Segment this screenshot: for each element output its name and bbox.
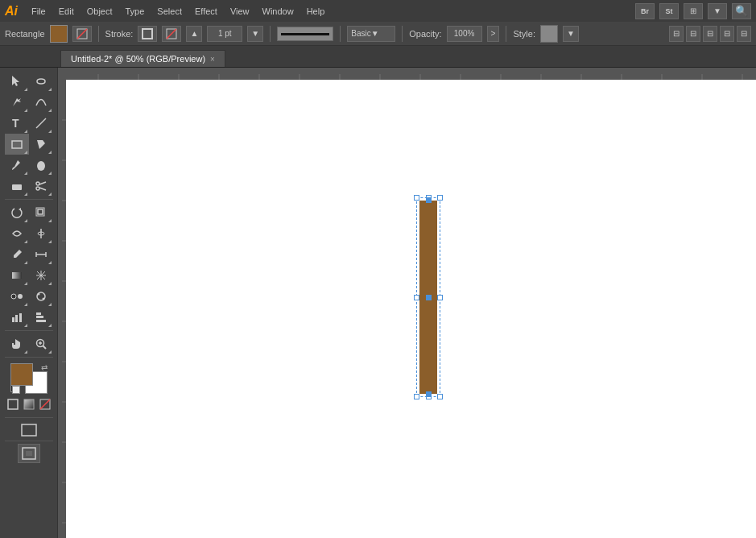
fill-mode-row	[6, 397, 52, 412]
menu-edit[interactable]: Edit	[53, 4, 80, 19]
rotate-tool[interactable]	[5, 202, 29, 223]
column-chart-tool[interactable]	[5, 307, 29, 328]
svg-line-14	[39, 188, 46, 190]
canvas-area[interactable]	[58, 68, 756, 538]
warp-tool[interactable]	[5, 223, 29, 244]
bridge-icon-btn[interactable]: Br	[635, 3, 655, 19]
bar-chart-tool[interactable]	[29, 307, 53, 328]
stroke-style-preview[interactable]	[277, 27, 333, 41]
normal-mode-btn[interactable]	[19, 422, 39, 438]
selection-tool[interactable]	[5, 71, 29, 92]
rectangle-tool[interactable]	[5, 134, 29, 155]
style-label: Style:	[513, 29, 535, 39]
svg-rect-10	[12, 184, 22, 190]
tab-close-btn[interactable]: ×	[210, 55, 215, 64]
scale-tool[interactable]	[29, 202, 53, 223]
measure-tool[interactable]	[29, 244, 53, 265]
svg-line-1	[77, 29, 87, 39]
eraser-tool[interactable]	[5, 176, 29, 197]
stroke-none-btn[interactable]	[162, 26, 181, 42]
type-tool[interactable]: T	[5, 113, 29, 134]
line-tool[interactable]	[29, 113, 53, 134]
pen-tool[interactable]	[5, 92, 29, 113]
scissors-tool[interactable]	[29, 176, 53, 197]
stroke-up-btn[interactable]: ▲	[186, 26, 202, 42]
menu-window[interactable]: Window	[257, 4, 300, 19]
mesh-tool[interactable]	[29, 265, 53, 286]
opacity-more-btn[interactable]: >	[487, 26, 500, 42]
none-mode-btn[interactable]	[38, 397, 52, 412]
tool-row-7	[0, 202, 57, 223]
width-tool[interactable]	[29, 223, 53, 244]
pathfinder-icon[interactable]: ⊟	[737, 26, 751, 42]
tool-sep-2	[5, 330, 53, 331]
rect-object-container[interactable]	[419, 201, 437, 394]
handle-top-right[interactable]	[437, 195, 443, 201]
artboard-btn[interactable]	[18, 444, 40, 463]
menu-object[interactable]: Object	[81, 4, 118, 19]
opacity-input[interactable]	[447, 26, 482, 42]
svg-point-25	[18, 294, 23, 299]
fill-none-btn[interactable]	[72, 26, 92, 42]
menu-type[interactable]: Type	[120, 4, 151, 19]
handle-bottom-right[interactable]	[437, 394, 443, 399]
transform-icon[interactable]: ⊟	[720, 26, 734, 42]
artboard-row	[0, 444, 57, 463]
eyedropper-tool[interactable]	[5, 244, 29, 265]
stroke-weight-input[interactable]	[207, 26, 242, 42]
hand-tool[interactable]	[5, 333, 29, 354]
menu-help[interactable]: Help	[301, 4, 331, 19]
menu-file[interactable]: File	[26, 4, 52, 19]
blob-brush-tool[interactable]	[29, 155, 53, 176]
search-icon-btn[interactable]: 🔍	[732, 3, 751, 19]
tool-sep-5	[5, 441, 53, 441]
fill-swatch[interactable]	[50, 25, 68, 43]
svg-rect-43	[22, 424, 36, 436]
color-mode-btn[interactable]	[6, 397, 20, 412]
gradient-tool[interactable]	[5, 265, 29, 286]
handle-mid-left[interactable]	[414, 295, 419, 300]
opacity-label: Opacity:	[409, 29, 441, 39]
align-icon[interactable]: ⊟	[703, 26, 717, 42]
anchor-mid[interactable]	[426, 295, 432, 300]
arrange-icon[interactable]: ⊟	[669, 26, 684, 42]
menu-select[interactable]: Select	[151, 4, 188, 19]
svg-point-28	[42, 298, 44, 300]
symbol-tool[interactable]	[29, 286, 53, 307]
tool-row-3: T	[0, 113, 57, 134]
document-tab[interactable]: Untitled-2* @ 50% (RGB/Preview) ×	[60, 50, 225, 67]
tool-options-bar: Rectangle Stroke: ▲ ▼ Basic ▼ Opacity: >…	[0, 22, 756, 46]
lasso-tool[interactable]	[29, 71, 53, 92]
handle-bottom-left[interactable]	[414, 394, 419, 399]
menu-effect[interactable]: Effect	[189, 4, 223, 19]
stock-icon-btn[interactable]: St	[659, 3, 679, 19]
distribute-icon[interactable]: ⊟	[686, 26, 700, 42]
blend-tool[interactable]	[5, 286, 29, 307]
stroke-color-btn[interactable]	[138, 26, 157, 42]
anchor-top[interactable]	[426, 197, 432, 203]
stroke-unit-dropdown[interactable]: ▼	[247, 26, 263, 42]
menu-view[interactable]: View	[225, 4, 255, 19]
gradient-mode-btn[interactable]	[22, 397, 36, 412]
tool-sep-1	[5, 199, 53, 200]
separator-4	[402, 26, 403, 42]
left-toolbar: T	[0, 68, 58, 538]
svg-rect-8	[12, 141, 22, 148]
handle-top-left[interactable]	[414, 195, 419, 201]
paintbucket-tool[interactable]	[29, 134, 53, 155]
variable-width-dropdown[interactable]: Basic ▼	[347, 26, 395, 42]
curvature-tool[interactable]	[29, 92, 53, 113]
basic-label: Basic	[351, 29, 370, 38]
anchor-bottom[interactable]	[426, 391, 432, 397]
foreground-color-swatch[interactable]	[10, 363, 33, 386]
svg-line-42	[40, 399, 50, 409]
brush-tool[interactable]	[5, 155, 29, 176]
style-dropdown-btn[interactable]: ▼	[563, 26, 579, 42]
tool-row-13	[0, 333, 57, 354]
workspace-dropdown-btn[interactable]: ▼	[708, 3, 727, 19]
style-swatch[interactable]	[540, 25, 558, 43]
zoom-tool[interactable]	[29, 333, 53, 354]
workspace-icon-btn[interactable]: ⊞	[684, 3, 703, 19]
handle-mid-right[interactable]	[437, 295, 443, 300]
artboard	[66, 80, 756, 538]
